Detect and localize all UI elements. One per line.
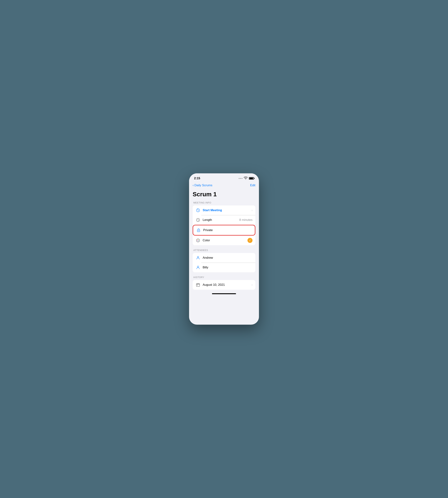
history-chevron-icon: › bbox=[252, 283, 253, 286]
status-bar: 2:15 bbox=[189, 173, 259, 182]
attendee-andrew-row[interactable]: Andrew bbox=[193, 253, 255, 263]
svg-point-11 bbox=[197, 256, 199, 258]
page-title: Scrum 1 bbox=[189, 189, 259, 201]
svg-point-8 bbox=[198, 240, 199, 240]
svg-rect-14 bbox=[197, 285, 198, 285]
back-label: Daily Scrums bbox=[194, 183, 212, 187]
wifi-icon bbox=[243, 176, 248, 181]
private-label: Private bbox=[203, 228, 252, 232]
history-aug10-label: August 10, 2021 bbox=[203, 283, 251, 287]
status-icons bbox=[239, 176, 254, 181]
nav-bar: ‹ Daily Scrums Edit bbox=[189, 182, 259, 189]
attendees-card: Andrew Billy bbox=[193, 253, 255, 272]
length-icon bbox=[195, 217, 201, 222]
person-billy-icon bbox=[195, 265, 201, 270]
length-label: Length bbox=[203, 218, 239, 222]
attendee-billy-row[interactable]: Billy bbox=[193, 263, 255, 272]
start-meeting-label: Start Meeting bbox=[203, 209, 251, 212]
person-andrew-icon bbox=[195, 255, 201, 260]
color-palette-icon bbox=[195, 238, 201, 243]
start-meeting-chevron-icon: › bbox=[252, 209, 253, 212]
svg-rect-13 bbox=[196, 283, 200, 286]
length-row[interactable]: Length 8 minutes bbox=[193, 215, 255, 225]
meeting-info-label: MEETING INFO bbox=[193, 201, 255, 204]
battery-icon bbox=[249, 177, 254, 180]
home-indicator bbox=[212, 293, 236, 294]
back-button[interactable]: ‹ Daily Scrums bbox=[193, 183, 212, 187]
private-lock-icon bbox=[196, 228, 201, 233]
color-row[interactable]: Color ✓ bbox=[193, 235, 255, 245]
history-label: HISTORY bbox=[193, 276, 255, 279]
chevron-left-icon: ‹ bbox=[193, 183, 194, 187]
signal-icon bbox=[239, 178, 242, 179]
svg-point-4 bbox=[198, 231, 199, 231]
start-meeting-icon bbox=[195, 208, 201, 213]
attendees-label: ATTENDEES bbox=[193, 249, 255, 251]
meeting-info-card: Start Meeting › Length 8 minutes bbox=[193, 205, 255, 245]
color-check-icon: ✓ bbox=[249, 239, 251, 242]
start-meeting-row[interactable]: Start Meeting › bbox=[193, 205, 255, 215]
main-content: MEETING INFO Start Meeting › bbox=[189, 201, 259, 290]
history-aug10-row[interactable]: August 10, 2021 › bbox=[193, 280, 255, 290]
svg-point-7 bbox=[198, 239, 198, 240]
history-card: August 10, 2021 › bbox=[193, 280, 255, 290]
edit-button[interactable]: Edit bbox=[250, 183, 255, 187]
color-label: Color bbox=[203, 239, 247, 242]
color-swatch: ✓ bbox=[247, 238, 253, 243]
svg-point-12 bbox=[197, 266, 199, 267]
svg-point-6 bbox=[197, 240, 198, 240]
length-value: 8 minutes bbox=[239, 218, 253, 222]
phone-frame: 2:15 ‹ Da bbox=[189, 173, 259, 325]
private-row[interactable]: Private bbox=[193, 225, 255, 235]
svg-point-10 bbox=[197, 241, 198, 241]
calendar-icon bbox=[195, 282, 201, 287]
status-time: 2:15 bbox=[194, 177, 200, 180]
svg-point-0 bbox=[245, 179, 246, 180]
andrew-label: Andrew bbox=[203, 256, 253, 260]
billy-label: Billy bbox=[203, 266, 253, 269]
svg-point-5 bbox=[196, 239, 200, 242]
